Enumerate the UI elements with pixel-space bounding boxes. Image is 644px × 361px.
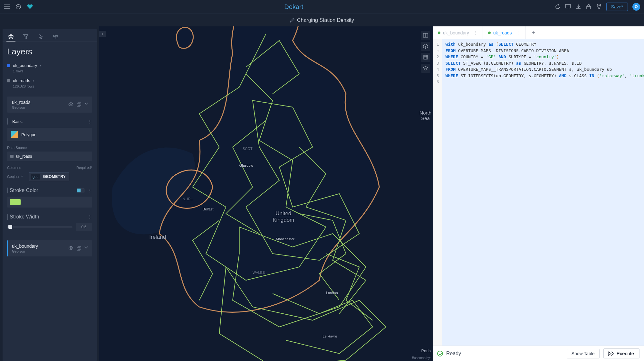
sidebar-column: Layers uk_boundary› 1 rows uk_roads› 126…: [0, 26, 99, 361]
map-svg: [99, 26, 433, 361]
titlebar: Charging Station Density: [0, 14, 644, 26]
dataset-uk-boundary[interactable]: uk_boundary› 1 rows: [7, 62, 92, 77]
color-mode-toggle[interactable]: [77, 189, 84, 192]
execute-button[interactable]: Execute: [603, 348, 639, 358]
workspace: Layers uk_boundary› 1 rows uk_roads› 126…: [0, 26, 644, 361]
present-icon[interactable]: [565, 4, 571, 10]
filter-tab[interactable]: [22, 32, 30, 41]
topbar: Dekart Save* O: [0, 0, 644, 14]
dataset-dot: [7, 79, 10, 82]
show-table-button[interactable]: Show Table: [567, 349, 600, 358]
app-root: Dekart Save* O Charging Station Density: [0, 0, 644, 361]
split-view-icon[interactable]: [421, 31, 430, 40]
map-area[interactable]: ‹: [99, 26, 433, 361]
code-editor[interactable]: 1 ▾23456 with uk_boundary as (SELECT GEO…: [433, 39, 644, 346]
editor-column: uk_boundary ⋮ uk_roads ⋮ ＋ 1 ▾23456 with…: [433, 26, 644, 361]
geometry-column-select[interactable]: geo GEOMETRY: [29, 172, 69, 181]
tab-uk-boundary[interactable]: uk_boundary ⋮: [433, 26, 483, 39]
visibility-icon[interactable]: [68, 102, 73, 107]
editor-tabs: uk_boundary ⋮ uk_roads ⋮ ＋: [433, 26, 644, 39]
interaction-tab[interactable]: [37, 32, 44, 41]
basemap-credit: Basemap by:: [412, 356, 431, 360]
menu-icon[interactable]: [4, 4, 10, 10]
legend-icon[interactable]: [421, 64, 430, 73]
gutter: 1 ▾23456: [433, 39, 442, 346]
svg-rect-13: [77, 104, 80, 106]
duplicate-icon[interactable]: [77, 102, 81, 107]
dataset-uk-roads[interactable]: uk_roads› 126,328 rows: [7, 77, 92, 92]
chevron-down-icon[interactable]: [84, 246, 88, 251]
document-title[interactable]: Charging Station Density: [297, 17, 354, 23]
save-button[interactable]: Save*: [606, 3, 628, 11]
svg-point-6: [597, 5, 598, 6]
svg-point-10: [56, 36, 57, 37]
sidebar-title: Layers: [7, 47, 92, 57]
3d-view-icon[interactable]: [421, 42, 430, 51]
svg-rect-17: [78, 246, 81, 249]
svg-rect-19: [424, 55, 428, 59]
svg-point-12: [70, 104, 72, 105]
map-tools: [421, 31, 430, 73]
kebab-icon[interactable]: ⋮: [88, 119, 92, 124]
lock-icon[interactable]: [586, 4, 591, 10]
tab-uk-roads[interactable]: uk_roads ⋮: [483, 26, 526, 39]
kebab-icon[interactable]: ⋮: [514, 30, 522, 35]
kebab-icon[interactable]: ⋮: [472, 30, 479, 35]
status-text: Ready: [446, 351, 461, 356]
svg-point-7: [600, 5, 601, 6]
columns-label: Columns: [7, 166, 21, 170]
editor-footer: Ready Show Table Execute: [433, 346, 644, 361]
stroke-width-slider[interactable]: [7, 227, 72, 227]
svg-point-15: [70, 247, 72, 249]
collapse-sidebar-button[interactable]: ‹: [99, 31, 106, 37]
chevron-down-icon[interactable]: [84, 102, 88, 107]
edit-icon[interactable]: [290, 18, 294, 23]
layers-tab[interactable]: [7, 32, 15, 41]
avatar[interactable]: O: [632, 3, 640, 11]
svg-point-1: [17, 6, 18, 7]
polygon-icon: [11, 131, 18, 138]
layer-type-select[interactable]: Polygon: [7, 128, 92, 141]
add-tab-button[interactable]: ＋: [526, 29, 541, 36]
visibility-icon[interactable]: [68, 246, 73, 251]
topbar-left: [4, 4, 33, 10]
sidebar: Layers uk_boundary› 1 rows uk_roads› 126…: [3, 29, 97, 361]
stroke-color-swatch[interactable]: [10, 199, 21, 205]
app-name[interactable]: Dekart: [33, 3, 555, 11]
layer-card-uk-boundary[interactable]: uk_boundary Geojson: [7, 240, 92, 256]
duplicate-icon[interactable]: [77, 246, 81, 251]
dataset-dot: [10, 155, 14, 158]
svg-rect-14: [78, 103, 81, 106]
fork-icon[interactable]: [596, 4, 602, 10]
settings-tab[interactable]: [52, 32, 59, 41]
layer-card-uk-roads[interactable]: uk_roads Geojson: [7, 97, 92, 113]
stroke-color-header: Stroke Color ⋮: [7, 188, 92, 193]
heart-icon[interactable]: [27, 4, 33, 10]
svg-point-11: [55, 38, 56, 39]
chevron-right-icon: ›: [40, 63, 41, 68]
dataset-dot: [7, 64, 10, 67]
sidebar-body: Layers uk_boundary› 1 rows uk_roads› 126…: [3, 42, 97, 361]
datasource-label: Data Source: [7, 146, 92, 150]
chat-icon[interactable]: [15, 4, 21, 10]
svg-rect-16: [77, 247, 80, 250]
stroke-width-value[interactable]: 0,5: [76, 223, 92, 231]
svg-rect-5: [587, 6, 591, 9]
refresh-icon[interactable]: [555, 4, 561, 10]
status-dot-icon: [438, 32, 440, 34]
stroke-width-header: Stroke Width ⋮: [7, 214, 92, 220]
status-check-icon: [437, 351, 443, 356]
svg-point-3: [19, 6, 20, 7]
chevron-right-icon: ›: [33, 79, 34, 83]
status-dot-icon: [488, 32, 491, 34]
datasource-select[interactable]: uk_roads: [7, 152, 92, 161]
kebab-icon[interactable]: ⋮: [88, 188, 92, 193]
svg-point-2: [18, 6, 19, 7]
code-content[interactable]: with uk_boundary as (SELECT GEOMETRYFROM…: [442, 39, 644, 346]
sidebar-tabs: [3, 29, 97, 42]
kebab-icon[interactable]: ⋮: [88, 214, 92, 219]
required-label: Required*: [76, 166, 92, 170]
basic-section-header: Basic ⋮: [7, 118, 92, 125]
table-icon[interactable]: [421, 53, 430, 62]
download-icon[interactable]: [575, 4, 581, 10]
